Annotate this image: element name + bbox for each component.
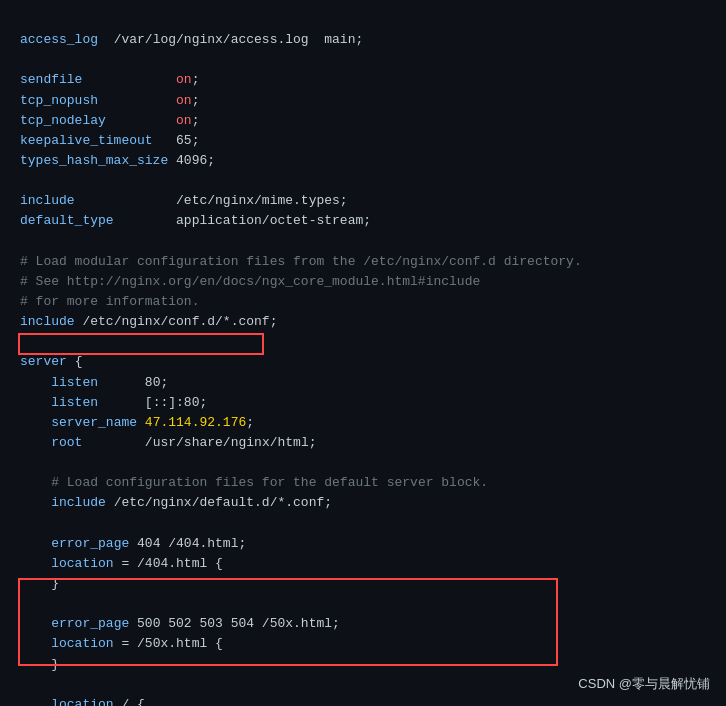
directive-keepalive: keepalive_timeout	[20, 133, 153, 148]
value-error-page-50x: 500 502 503 504 /50x.html;	[137, 616, 340, 631]
directive-access-log: access_log	[20, 32, 98, 47]
comment-2: # See http://nginx.org/en/docs/ngx_core_…	[20, 274, 480, 289]
directive-location-50x: location	[51, 636, 113, 651]
directive-server: server	[20, 354, 67, 369]
value-tcp-nodelay: on	[176, 113, 192, 128]
directive-tcp-nopush: tcp_nopush	[20, 93, 98, 108]
value-include-confd: /etc/nginx/conf.d/*.conf;	[82, 314, 277, 329]
directive-root: root	[51, 435, 82, 450]
value-location-root: / {	[121, 697, 144, 706]
value-listen-80: 80;	[145, 375, 168, 390]
value-location-404: = /404.html {	[121, 556, 222, 571]
value-tcp-nopush: on	[176, 93, 192, 108]
value-default-type: application/octet-stream;	[176, 213, 371, 228]
value-include-mime: /etc/nginx/mime.types;	[176, 193, 348, 208]
directive-error-page-50x: error_page	[51, 616, 129, 631]
directive-listen-ipv6: listen	[51, 395, 98, 410]
directive-sendfile: sendfile	[20, 72, 82, 87]
value-server-name: 47.114.92.176	[145, 415, 246, 430]
comment-server-block: # Load configuration files for the defau…	[51, 475, 488, 490]
directive-include-confd: include	[20, 314, 75, 329]
value-keepalive: 65;	[176, 133, 199, 148]
value-access-log: /var/log/nginx/access.log main;	[114, 32, 364, 47]
directive-listen-80: listen	[51, 375, 98, 390]
code-container: access_log /var/log/nginx/access.log mai…	[0, 0, 726, 706]
value-listen-ipv6: [::]:80;	[145, 395, 207, 410]
directive-types-hash: types_hash_max_size	[20, 153, 168, 168]
comment-1: # Load modular configuration files from …	[20, 254, 582, 269]
directive-include-mime: include	[20, 193, 75, 208]
code-block: access_log /var/log/nginx/access.log mai…	[20, 10, 706, 706]
directive-tcp-nodelay: tcp_nodelay	[20, 113, 106, 128]
directive-server-name: server_name	[51, 415, 137, 430]
value-sendfile: on	[176, 72, 192, 87]
directive-location-root: location	[51, 697, 113, 706]
value-error-page-404: 404 /404.html;	[137, 536, 246, 551]
comment-3: # for more information.	[20, 294, 199, 309]
directive-default-type: default_type	[20, 213, 114, 228]
value-types-hash: 4096;	[176, 153, 215, 168]
value-location-50x: = /50x.html {	[121, 636, 222, 651]
directive-include-default: include	[51, 495, 106, 510]
watermark: CSDN @零与晨解忧铺	[578, 674, 710, 694]
value-include-default: /etc/nginx/default.d/*.conf;	[114, 495, 332, 510]
value-root: /usr/share/nginx/html;	[145, 435, 317, 450]
directive-location-404: location	[51, 556, 113, 571]
directive-error-page-404: error_page	[51, 536, 129, 551]
